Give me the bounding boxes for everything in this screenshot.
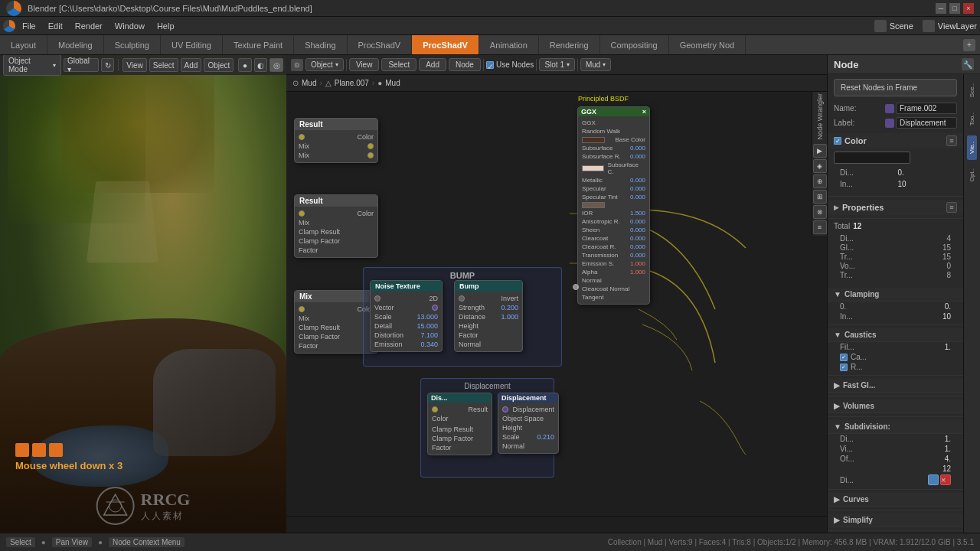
- ws-tab-layout[interactable]: Layout: [0, 35, 47, 54]
- ws-tab-uv[interactable]: UV Editing: [161, 35, 223, 54]
- object-dropdown[interactable]: Object: [305, 58, 344, 71]
- brand-text: RRCG: [141, 490, 191, 510]
- node-noise[interactable]: Noise Texture 2D Vector Scale13.000 Deta…: [370, 280, 443, 352]
- minimize-button[interactable]: ─: [936, 3, 946, 14]
- breadcrumb-mud[interactable]: Mud: [302, 79, 316, 87]
- rotation-icon[interactable]: ↻: [101, 58, 115, 72]
- curves-header[interactable]: ▶ Curves: [828, 493, 963, 507]
- select-status[interactable]: Select: [6, 537, 35, 547]
- menu-file[interactable]: File: [17, 20, 41, 32]
- ws-tab-rendering[interactable]: Rendering: [539, 35, 600, 54]
- viewport-3d[interactable]: Object Mode Global ▾ ↻ View Select Add O…: [0, 55, 286, 533]
- global-icon[interactable]: Global ▾: [64, 58, 99, 72]
- close-btn-principled[interactable]: ×: [642, 108, 646, 116]
- ws-tab-modeling[interactable]: Modeling: [47, 35, 104, 54]
- view-menu-btn[interactable]: View: [122, 58, 147, 72]
- node-disp-sub[interactable]: Dis... Result Color Clamp Result Clamp F…: [427, 393, 492, 455]
- nw-btn-4[interactable]: ⊞: [813, 190, 827, 204]
- ws-tab-shading[interactable]: Shading: [294, 35, 347, 54]
- color-swatch[interactable]: [834, 152, 910, 164]
- nw-btn-5[interactable]: ⊗: [813, 205, 827, 219]
- caustics-ca-checkbox[interactable]: ✓: [840, 354, 848, 361]
- node-canvas[interactable]: Result Color Mix Mix Result Color: [286, 95, 827, 516]
- menu-window[interactable]: Window: [109, 20, 150, 32]
- view-btn[interactable]: View: [349, 58, 380, 71]
- color-in-label: In...: [840, 180, 893, 188]
- slot-dropdown[interactable]: Slot 1: [539, 58, 575, 71]
- object-mode-dropdown[interactable]: Object Mode: [3, 55, 61, 76]
- color-vals: Di... 0. In... 10: [834, 167, 957, 190]
- nw-btn-3[interactable]: ⊕: [813, 174, 827, 188]
- menu-help[interactable]: Help: [152, 20, 180, 32]
- nw-btn-1[interactable]: ▶: [813, 144, 827, 158]
- color-in-val: 10: [898, 180, 952, 188]
- select-btn[interactable]: Select: [381, 58, 416, 71]
- menu-render[interactable]: Render: [70, 20, 108, 32]
- close-button[interactable]: ×: [963, 3, 974, 14]
- node-texture-left[interactable]: Result Color Mix Mix: [294, 118, 378, 163]
- label-input[interactable]: [896, 117, 957, 129]
- reset-nodes-button[interactable]: Reset Nodes in Frame: [834, 79, 957, 96]
- add-menu-btn[interactable]: Add: [181, 58, 202, 72]
- socket-in1: [368, 143, 374, 149]
- ws-tab-texture[interactable]: Texture Paint: [223, 35, 294, 54]
- ws-tab-procshadv1[interactable]: ProcShadV: [348, 35, 413, 54]
- nw-btn-6[interactable]: ≡: [813, 220, 827, 234]
- maximize-button[interactable]: □: [949, 3, 960, 14]
- properties-header[interactable]: ▶ Properties ≡: [828, 200, 963, 215]
- subdiv-check2[interactable]: ×: [940, 474, 951, 485]
- tool-icon[interactable]: 🔧: [962, 58, 974, 70]
- nw-btn-2[interactable]: ◈: [813, 159, 827, 173]
- node-clamp-left[interactable]: Result Color Mix Clamp Result Clamp Fact…: [294, 194, 378, 258]
- select-menu-btn[interactable]: Select: [149, 58, 178, 72]
- rock: [153, 349, 276, 456]
- ws-tab-animation[interactable]: Animation: [479, 35, 539, 54]
- breadcrumb-mud2[interactable]: Mud: [385, 79, 400, 87]
- caustics-header[interactable]: ▼ Caustics: [828, 328, 963, 342]
- subdivision-header[interactable]: ▼ Subdivision:: [828, 420, 963, 434]
- disp-frame[interactable]: Displacement Dis... Result Color Clamp R…: [420, 378, 554, 478]
- material-dropdown[interactable]: Mud: [580, 58, 611, 71]
- node-bump[interactable]: Bump Invert Strength0.200 Distance1.000 …: [454, 280, 523, 352]
- node-disp-out[interactable]: Displacement Displacement Object Space H…: [498, 393, 559, 454]
- object-menu-btn[interactable]: Object: [204, 58, 234, 72]
- scene-info: Total 12 Di... 4 Gl... 15 Tr...: [828, 219, 963, 285]
- ws-tab-geometry[interactable]: Geometry Nod: [669, 35, 746, 54]
- name-input[interactable]: [896, 103, 957, 114]
- color-enabled-checkbox[interactable]: ✓: [834, 137, 841, 145]
- ws-tab-procshadv2[interactable]: ProcShadV: [412, 35, 479, 54]
- volumes-header[interactable]: ▶ Volumes: [828, 399, 963, 413]
- subdiv-check1[interactable]: [928, 474, 939, 485]
- clamping-header[interactable]: ▼ Clamping: [828, 288, 963, 302]
- rendered-btn[interactable]: ◎: [270, 58, 283, 72]
- vtab-view[interactable]: Vie..: [967, 135, 977, 160]
- simplify-header[interactable]: ▶ Simplify: [828, 514, 963, 527]
- context-menu-status[interactable]: Node Context Menu: [109, 537, 185, 547]
- menu-edit[interactable]: Edit: [43, 20, 68, 32]
- fast-gi-header[interactable]: ▶ Fast GI...: [828, 379, 963, 393]
- material-shading-btn[interactable]: ◐: [254, 58, 268, 72]
- color-options-icon[interactable]: ≡: [946, 135, 957, 146]
- node-btn[interactable]: Node: [449, 58, 481, 71]
- node-editor[interactable]: ⊙ Object View Select Add Node ✓ Use Node…: [286, 55, 827, 533]
- clamp-di-label: 0.: [840, 302, 917, 311]
- caustics-r-checkbox[interactable]: ✓: [840, 364, 848, 371]
- vtab-options[interactable]: Opt..: [967, 162, 977, 187]
- bump-frame[interactable]: BUMP Noise Texture 2D Vector Scale13.000: [363, 267, 562, 367]
- ws-tab-compositing[interactable]: Compositing: [600, 35, 669, 54]
- status-info: Collection | Mud | Verts:9 | Faces:4 | T…: [608, 538, 974, 546]
- color-section-header[interactable]: ✓ Color ≡: [828, 133, 963, 148]
- props-options-icon[interactable]: ≡: [946, 202, 957, 213]
- caustics-ca-label: Ca...: [851, 353, 867, 361]
- pan-view-status[interactable]: Pan View: [52, 537, 92, 547]
- solid-shading-btn[interactable]: ●: [238, 58, 252, 72]
- breadcrumb-plane[interactable]: Plane.007: [335, 79, 369, 87]
- use-nodes-toggle[interactable]: ✓ Use Nodes: [486, 60, 534, 69]
- add-btn[interactable]: Add: [419, 58, 446, 71]
- use-nodes-checkbox[interactable]: ✓: [486, 61, 494, 69]
- ws-tab-sculpting[interactable]: Sculpting: [104, 35, 161, 54]
- vtab-tool[interactable]: Too..: [967, 106, 977, 132]
- add-workspace-icon[interactable]: +: [963, 39, 975, 51]
- vtab-scene[interactable]: Sce..: [967, 77, 977, 103]
- node-principled[interactable]: Principled BSDF GGX × GGX Random Walk Ba…: [577, 106, 650, 305]
